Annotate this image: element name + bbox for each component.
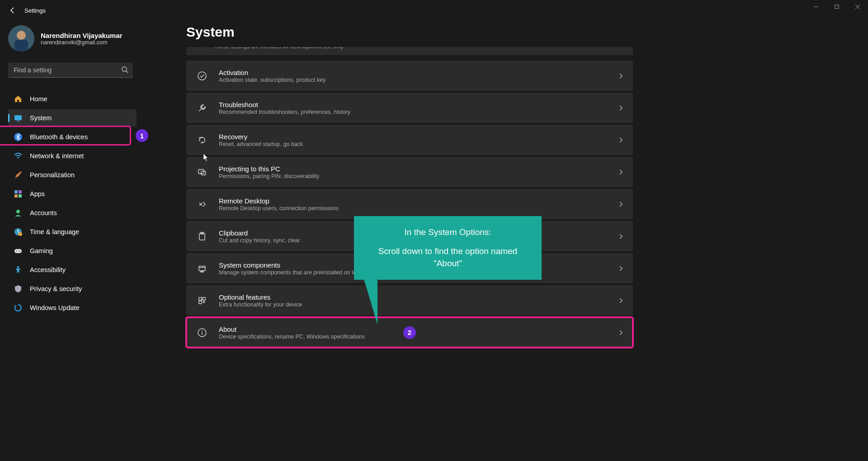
brush-icon <box>14 170 23 179</box>
sidebar-item-bluetooth-devices[interactable]: Bluetooth & devices <box>8 128 137 146</box>
svg-rect-1 <box>835 5 839 9</box>
search-box[interactable] <box>8 62 133 78</box>
svg-point-23 <box>19 250 20 251</box>
callout-line-1: In the System Options: <box>368 226 528 239</box>
profile-email: narendiranviki@gmail.com <box>41 39 123 46</box>
chevron-right-icon <box>618 201 623 207</box>
sidebar-item-home[interactable]: Home <box>8 90 137 108</box>
setting-row-remote-desktop[interactable]: Remote DesktopRemote Desktop users, conn… <box>186 189 633 219</box>
sidebar-item-label: Network & internet <box>30 152 84 160</box>
chevron-right-icon <box>618 297 623 304</box>
callout-line-2: Scroll down to find the option named "Ab… <box>368 245 528 270</box>
sidebar-item-windows-update[interactable]: Windows Update <box>8 299 137 316</box>
time-icon <box>14 227 23 236</box>
sidebar-item-label: Windows Update <box>30 304 80 311</box>
chevron-right-icon <box>618 137 623 143</box>
setting-desc: Reset, advanced startup, go back <box>219 141 618 147</box>
setting-row-projecting-to-this-pc[interactable]: Projecting to this PCPermissions, pairin… <box>186 157 633 187</box>
page-title: System <box>186 24 633 40</box>
chevron-right-icon <box>618 169 623 175</box>
setting-desc: Remote Desktop users, connection permiss… <box>219 205 618 212</box>
svg-rect-33 <box>199 297 202 300</box>
svg-rect-30 <box>199 266 205 271</box>
svg-point-24 <box>17 266 19 268</box>
sidebar-item-label: Personalization <box>30 171 75 179</box>
setting-title: About <box>219 325 618 333</box>
sidebar-item-accounts[interactable]: Accounts <box>8 204 137 221</box>
svg-rect-34 <box>203 297 205 300</box>
search-icon <box>121 66 128 73</box>
maximize-button[interactable] <box>826 0 847 14</box>
setting-title: Recovery <box>219 133 618 141</box>
window-controls <box>806 0 868 14</box>
setting-title: Remote Desktop <box>219 197 618 205</box>
sidebar-item-apps[interactable]: Apps <box>8 185 137 202</box>
setting-title: Projecting to this PC <box>219 165 618 173</box>
sidebar-item-accessibility[interactable]: Accessibility <box>8 261 137 278</box>
svg-point-25 <box>198 72 206 80</box>
window-title: Settings <box>24 7 46 14</box>
setting-row-troubleshoot[interactable]: TroubleshootRecommended troubleshooters,… <box>186 93 633 123</box>
sidebar-item-gaming[interactable]: Gaming <box>8 242 137 259</box>
features-icon <box>194 293 210 308</box>
project-icon <box>194 165 210 180</box>
clipboard-icon <box>194 229 210 244</box>
sidebar-item-network-internet[interactable]: Network & internet <box>8 147 137 165</box>
sidebar-item-time-language[interactable]: Time & language <box>8 223 137 240</box>
svg-point-7 <box>122 67 127 71</box>
profile-block[interactable]: Narendhiran Vijayakumar narendiranviki@g… <box>8 25 137 52</box>
svg-rect-35 <box>199 301 202 304</box>
setting-row-recovery[interactable]: RecoveryReset, advanced startup, go back <box>186 125 633 155</box>
svg-rect-16 <box>14 194 18 198</box>
svg-rect-10 <box>17 121 19 122</box>
minimize-button[interactable] <box>806 0 826 14</box>
setting-desc: Permissions, pairing PIN, discoverabilit… <box>219 173 618 179</box>
chevron-right-icon <box>618 233 623 240</box>
svg-rect-15 <box>19 190 22 193</box>
back-button[interactable] <box>5 3 20 18</box>
home-icon <box>14 94 23 103</box>
update-icon <box>14 303 23 312</box>
annotation-callout: In the System Options: Scroll down to fi… <box>354 216 542 280</box>
chevron-right-icon <box>618 329 623 336</box>
annotation-callout-tail <box>364 279 377 325</box>
sidebar-item-label: Bluetooth & devices <box>30 133 88 141</box>
setting-row-activation[interactable]: ActivationActivation state, subscription… <box>186 61 633 91</box>
setting-title: Activation <box>219 69 618 76</box>
svg-point-18 <box>16 210 20 213</box>
setting-row-about[interactable]: AboutDevice specifications, rename PC, W… <box>186 317 633 348</box>
chevron-right-icon <box>618 73 623 79</box>
chevron-right-icon <box>618 265 623 272</box>
svg-point-38 <box>202 330 203 331</box>
sidebar-item-label: System <box>30 114 52 122</box>
sidebar-item-system[interactable]: System <box>8 109 137 127</box>
svg-point-22 <box>16 250 17 251</box>
check-icon <box>194 68 210 84</box>
sidebar-item-privacy-security[interactable]: Privacy & security <box>8 280 137 297</box>
setting-title: Troubleshoot <box>219 101 618 108</box>
close-button[interactable] <box>847 0 868 14</box>
profile-name: Narendhiran Vijayakumar <box>41 32 123 39</box>
avatar <box>8 25 34 52</box>
sidebar-item-label: Home <box>30 95 47 103</box>
nav-list: HomeSystemBluetooth & devicesNetwork & i… <box>8 90 137 316</box>
accounts-icon <box>14 208 23 217</box>
svg-rect-9 <box>14 115 22 120</box>
svg-rect-17 <box>19 194 22 198</box>
svg-rect-32 <box>201 271 203 272</box>
setting-row-optional-features[interactable]: Optional featuresExtra functionality for… <box>186 285 633 315</box>
svg-point-20 <box>19 232 22 236</box>
system-icon <box>14 113 23 122</box>
sidebar-item-label: Time & language <box>30 228 79 235</box>
sidebar-item-personalization[interactable]: Personalization <box>8 166 137 183</box>
search-input[interactable] <box>8 62 133 78</box>
svg-rect-27 <box>201 171 206 175</box>
recovery-icon <box>194 132 210 148</box>
svg-point-5 <box>17 31 26 40</box>
chevron-right-icon <box>618 105 623 111</box>
components-icon <box>194 261 210 276</box>
sidebar-item-label: Accounts <box>30 209 57 216</box>
partial-card-top: These settings are intended for developm… <box>186 47 633 55</box>
setting-desc: Activation state, subscriptions, product… <box>219 77 618 83</box>
titlebar: Settings <box>0 0 868 21</box>
